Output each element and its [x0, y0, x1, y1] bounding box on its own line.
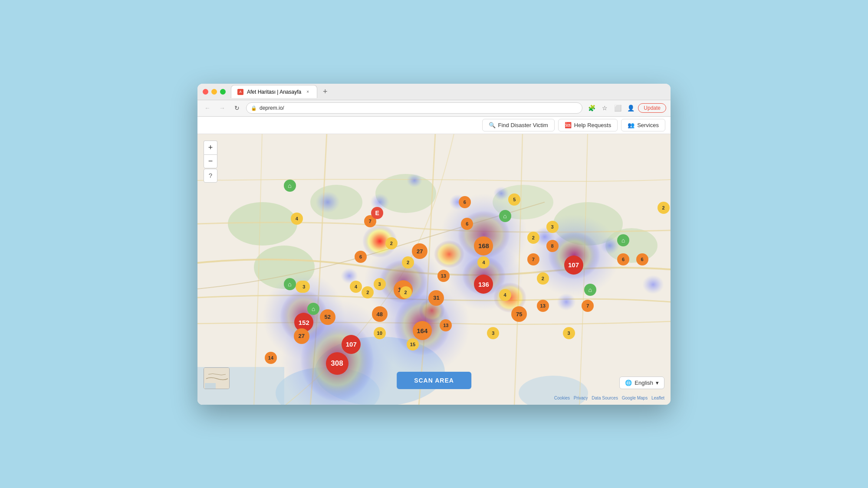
help-requests-label: Help Requests: [574, 122, 611, 128]
marker-h6[interactable]: ⌂: [499, 210, 511, 222]
marker-h1[interactable]: ⌂: [284, 180, 296, 192]
cluster-c30[interactable]: 4: [291, 213, 303, 225]
active-tab[interactable]: A Afet Haritası | Anasayfa ×: [231, 85, 317, 98]
marker-h5[interactable]: ⌂: [584, 284, 596, 296]
cluster-c17[interactable]: 13: [537, 300, 549, 312]
cookies-link[interactable]: Cookies: [554, 396, 570, 400]
cluster-c7[interactable]: 107: [342, 335, 361, 354]
cluster-c32[interactable]: 4: [477, 256, 490, 269]
cluster-c19[interactable]: 15: [407, 338, 419, 350]
language-button[interactable]: 🌐 English ▾: [619, 377, 664, 389]
cluster-c8[interactable]: 107: [564, 255, 583, 275]
title-bar: A Afet Haritası | Anasayfa × +: [197, 84, 671, 100]
cluster-c31[interactable]: 4: [350, 281, 362, 293]
cluster-c25[interactable]: 6: [459, 196, 471, 208]
privacy-link[interactable]: Privacy: [574, 396, 588, 400]
cluster-c16[interactable]: 13: [440, 319, 452, 331]
cluster-c14[interactable]: 27: [294, 328, 309, 344]
svg-rect-41: [205, 383, 216, 389]
svg-point-35: [493, 187, 509, 200]
help-icon: 🆘: [565, 122, 572, 128]
svg-point-38: [557, 293, 576, 311]
cluster-c22[interactable]: 7: [527, 253, 539, 265]
bookmark-icon[interactable]: ☆: [599, 102, 610, 114]
extensions-icon[interactable]: 🧩: [586, 102, 597, 114]
profile-icon[interactable]: 👤: [625, 102, 636, 114]
back-button[interactable]: ←: [202, 102, 213, 114]
cluster-c1[interactable]: 308: [326, 352, 349, 375]
cluster-c29[interactable]: 5: [508, 193, 520, 206]
reload-button[interactable]: ↻: [231, 102, 243, 114]
cluster-c12[interactable]: 31: [428, 290, 444, 306]
cluster-c10[interactable]: 52: [320, 309, 335, 325]
cluster-c6[interactable]: 136: [474, 275, 493, 294]
cluster-c9[interactable]: 75: [511, 306, 527, 322]
cluster-c18[interactable]: 10: [374, 327, 386, 339]
data-sources-link[interactable]: Data Sources: [592, 396, 618, 400]
cluster-c46[interactable]: 14: [265, 352, 277, 364]
cluster-c3[interactable]: 168: [474, 236, 493, 255]
tab-close-button[interactable]: ×: [305, 89, 311, 95]
cluster-c26[interactable]: 6: [461, 218, 473, 230]
cluster-c45[interactable]: 2: [537, 272, 549, 285]
zoom-out-button[interactable]: −: [204, 154, 217, 168]
scan-area-button[interactable]: SCAN AREA: [397, 372, 471, 389]
cluster-c2[interactable]: 164: [413, 321, 432, 340]
cluster-c20[interactable]: 8: [546, 240, 559, 252]
google-maps-link[interactable]: Google Maps: [622, 396, 648, 400]
cluster-c33[interactable]: 4: [499, 289, 511, 301]
svg-point-39: [642, 275, 664, 294]
nav-icons: 🧩 ☆ ⬜ 👤 Update: [586, 102, 666, 114]
update-button[interactable]: Update: [638, 103, 666, 113]
minimap[interactable]: [204, 367, 230, 389]
tab-bar: A Afet Haritası | Anasayfa × +: [231, 85, 665, 98]
svg-point-36: [407, 174, 422, 187]
cluster-c40[interactable]: 2: [402, 256, 414, 269]
cluster-c24[interactable]: 6: [355, 251, 367, 263]
map-credits: Cookies Privacy Data Sources Google Maps…: [552, 396, 664, 400]
address-bar[interactable]: 🔒 deprem.io/: [246, 102, 582, 114]
cluster-c47[interactable]: 2: [658, 202, 670, 214]
maximize-button[interactable]: [220, 89, 226, 95]
map-container[interactable]: 🔍 Find Disaster Victim 🆘 Help Requests 👥…: [197, 117, 671, 405]
leaflet-link[interactable]: Leaflet: [651, 396, 664, 400]
find-victim-label: Find Disaster Victim: [498, 122, 548, 128]
cluster-c44[interactable]: 2: [527, 232, 539, 244]
cluster-c41[interactable]: 2: [385, 237, 398, 249]
language-label: English: [635, 380, 653, 386]
marker-h4[interactable]: ⌂: [617, 234, 629, 246]
window-controls: [203, 89, 226, 95]
cluster-c15[interactable]: 13: [437, 270, 450, 282]
zoom-controls: + −: [204, 141, 217, 168]
cluster-c39[interactable]: 3: [563, 327, 575, 339]
marker-h3[interactable]: ⌂: [307, 303, 319, 315]
chevron-down-icon: ▾: [656, 380, 659, 386]
cluster-c42[interactable]: 2: [362, 286, 374, 298]
help-requests-button[interactable]: 🆘 Help Requests: [558, 119, 618, 131]
cluster-c13[interactable]: 27: [412, 243, 427, 259]
marker-h2[interactable]: ⌂: [284, 278, 296, 290]
cluster-c23[interactable]: 7: [582, 300, 594, 312]
svg-point-34: [600, 237, 619, 254]
cluster-c35[interactable]: 3: [546, 221, 559, 233]
cluster-c27[interactable]: 6: [617, 253, 629, 265]
cluster-c11[interactable]: 48: [372, 306, 388, 322]
browser-window: A Afet Haritası | Anasayfa × + ← → ↻ 🔒 d…: [197, 84, 671, 405]
cluster-c43[interactable]: 2: [400, 286, 412, 298]
minimize-button[interactable]: [211, 89, 217, 95]
marker-e1[interactable]: E: [371, 207, 383, 219]
cluster-c36[interactable]: 3: [298, 281, 310, 293]
close-button[interactable]: [203, 89, 208, 95]
new-tab-button[interactable]: +: [319, 85, 331, 98]
nav-bar: ← → ↻ 🔒 deprem.io/ 🧩 ☆ ⬜ 👤 Update: [197, 100, 671, 117]
cluster-c28[interactable]: 6: [636, 253, 648, 265]
cluster-c37[interactable]: 3: [374, 278, 386, 290]
tab-mode-icon[interactable]: ⬜: [612, 102, 623, 114]
cluster-c38[interactable]: 3: [487, 327, 499, 339]
zoom-in-button[interactable]: +: [204, 141, 217, 154]
forward-button[interactable]: →: [217, 102, 228, 114]
services-button[interactable]: 👥 Services: [621, 119, 665, 131]
help-button[interactable]: ?: [204, 169, 217, 183]
find-victim-button[interactable]: 🔍 Find Disaster Victim: [482, 119, 555, 131]
svg-point-5: [228, 202, 297, 246]
